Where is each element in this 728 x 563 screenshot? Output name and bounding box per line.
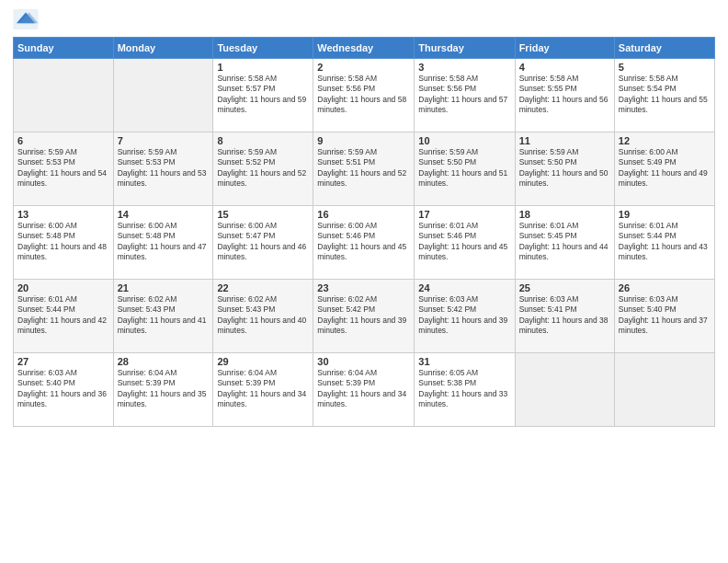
calendar-day-cell: 17Sunrise: 6:01 AMSunset: 5:46 PMDayligh… — [415, 206, 515, 280]
day-number: 29 — [217, 356, 309, 367]
calendar-day-cell: 15Sunrise: 6:00 AMSunset: 5:47 PMDayligh… — [213, 206, 313, 280]
day-number: 12 — [619, 135, 711, 146]
calendar-day-cell: 16Sunrise: 6:00 AMSunset: 5:46 PMDayligh… — [313, 206, 415, 280]
day-info: Sunrise: 6:05 AMSunset: 5:38 PMDaylight:… — [418, 368, 510, 410]
calendar-table: SundayMondayTuesdayWednesdayThursdayFrid… — [13, 37, 715, 427]
day-number: 22 — [217, 282, 309, 293]
calendar-day-cell: 7Sunrise: 5:59 AMSunset: 5:53 PMDaylight… — [113, 132, 213, 206]
day-number: 10 — [418, 135, 510, 146]
day-info: Sunrise: 6:01 AMSunset: 5:46 PMDaylight:… — [418, 221, 510, 263]
calendar-day-cell: 25Sunrise: 6:03 AMSunset: 5:41 PMDayligh… — [515, 280, 614, 353]
calendar-day-cell: 23Sunrise: 6:02 AMSunset: 5:42 PMDayligh… — [313, 280, 415, 353]
day-info: Sunrise: 6:00 AMSunset: 5:46 PMDaylight:… — [317, 221, 410, 263]
day-number: 30 — [317, 356, 410, 367]
day-info: Sunrise: 6:00 AMSunset: 5:49 PMDaylight:… — [619, 147, 711, 190]
calendar-day-cell: 20Sunrise: 6:01 AMSunset: 5:44 PMDayligh… — [14, 280, 114, 353]
calendar-day-cell: 9Sunrise: 5:59 AMSunset: 5:51 PMDaylight… — [313, 132, 415, 206]
calendar-day-cell: 13Sunrise: 6:00 AMSunset: 5:48 PMDayligh… — [14, 206, 114, 280]
day-info: Sunrise: 6:00 AMSunset: 5:48 PMDaylight:… — [17, 221, 109, 263]
calendar-day-cell: 5Sunrise: 5:58 AMSunset: 5:54 PMDaylight… — [614, 59, 714, 132]
day-info: Sunrise: 5:59 AMSunset: 5:50 PMDaylight:… — [418, 147, 510, 190]
day-info: Sunrise: 5:59 AMSunset: 5:50 PMDaylight:… — [519, 147, 610, 190]
day-info: Sunrise: 5:58 AMSunset: 5:57 PMDaylight:… — [217, 74, 309, 116]
day-number: 17 — [418, 209, 510, 220]
day-info: Sunrise: 6:00 AMSunset: 5:47 PMDaylight:… — [217, 221, 309, 263]
calendar-day-cell: 6Sunrise: 5:59 AMSunset: 5:53 PMDaylight… — [14, 132, 114, 206]
day-number: 7 — [118, 135, 210, 146]
day-info: Sunrise: 6:03 AMSunset: 5:41 PMDaylight:… — [519, 294, 610, 337]
day-info: Sunrise: 6:01 AMSunset: 5:45 PMDaylight:… — [519, 221, 610, 263]
day-number: 23 — [317, 282, 410, 293]
day-number: 8 — [217, 135, 309, 146]
calendar-week-row: 6Sunrise: 5:59 AMSunset: 5:53 PMDaylight… — [14, 132, 715, 206]
calendar-week-row: 27Sunrise: 6:03 AMSunset: 5:40 PMDayligh… — [14, 353, 715, 427]
day-number: 31 — [418, 356, 510, 367]
day-info: Sunrise: 6:03 AMSunset: 5:40 PMDaylight:… — [619, 294, 711, 337]
weekday-header: Tuesday — [213, 38, 313, 59]
day-info: Sunrise: 6:04 AMSunset: 5:39 PMDaylight:… — [118, 368, 210, 410]
day-info: Sunrise: 6:00 AMSunset: 5:48 PMDaylight:… — [118, 221, 210, 263]
day-info: Sunrise: 5:58 AMSunset: 5:54 PMDaylight:… — [619, 74, 711, 116]
day-number: 15 — [217, 209, 309, 220]
calendar-day-cell — [515, 353, 614, 427]
calendar-week-row: 1Sunrise: 5:58 AMSunset: 5:57 PMDaylight… — [14, 59, 715, 132]
calendar-day-cell: 10Sunrise: 5:59 AMSunset: 5:50 PMDayligh… — [415, 132, 515, 206]
calendar-day-cell: 22Sunrise: 6:02 AMSunset: 5:43 PMDayligh… — [213, 280, 313, 353]
day-info: Sunrise: 5:58 AMSunset: 5:56 PMDaylight:… — [317, 74, 410, 116]
calendar-day-cell: 24Sunrise: 6:03 AMSunset: 5:42 PMDayligh… — [415, 280, 515, 353]
day-number: 5 — [619, 62, 711, 73]
calendar-day-cell: 11Sunrise: 5:59 AMSunset: 5:50 PMDayligh… — [515, 132, 614, 206]
calendar-day-cell: 27Sunrise: 6:03 AMSunset: 5:40 PMDayligh… — [14, 353, 114, 427]
calendar-week-row: 13Sunrise: 6:00 AMSunset: 5:48 PMDayligh… — [14, 206, 715, 280]
calendar-day-cell: 28Sunrise: 6:04 AMSunset: 5:39 PMDayligh… — [113, 353, 213, 427]
calendar-day-cell: 3Sunrise: 5:58 AMSunset: 5:56 PMDaylight… — [415, 59, 515, 132]
calendar-day-cell: 26Sunrise: 6:03 AMSunset: 5:40 PMDayligh… — [614, 280, 714, 353]
calendar-day-cell: 29Sunrise: 6:04 AMSunset: 5:39 PMDayligh… — [213, 353, 313, 427]
day-number: 2 — [317, 62, 410, 73]
calendar-day-cell: 14Sunrise: 6:00 AMSunset: 5:48 PMDayligh… — [113, 206, 213, 280]
day-info: Sunrise: 6:02 AMSunset: 5:43 PMDaylight:… — [118, 294, 210, 337]
weekday-header: Monday — [113, 38, 213, 59]
day-number: 25 — [519, 282, 610, 293]
calendar-week-row: 20Sunrise: 6:01 AMSunset: 5:44 PMDayligh… — [14, 280, 715, 353]
weekday-header-row: SundayMondayTuesdayWednesdayThursdayFrid… — [14, 38, 715, 59]
day-number: 9 — [317, 135, 410, 146]
day-number: 24 — [418, 282, 510, 293]
day-number: 20 — [17, 282, 109, 293]
day-info: Sunrise: 5:58 AMSunset: 5:56 PMDaylight:… — [418, 74, 510, 116]
calendar-day-cell: 18Sunrise: 6:01 AMSunset: 5:45 PMDayligh… — [515, 206, 614, 280]
day-info: Sunrise: 5:58 AMSunset: 5:55 PMDaylight:… — [519, 74, 610, 116]
weekday-header: Sunday — [14, 38, 114, 59]
day-info: Sunrise: 5:59 AMSunset: 5:53 PMDaylight:… — [118, 147, 210, 190]
day-info: Sunrise: 6:02 AMSunset: 5:43 PMDaylight:… — [217, 294, 309, 337]
day-info: Sunrise: 5:59 AMSunset: 5:52 PMDaylight:… — [217, 147, 309, 190]
day-number: 11 — [519, 135, 610, 146]
calendar-day-cell: 21Sunrise: 6:02 AMSunset: 5:43 PMDayligh… — [113, 280, 213, 353]
weekday-header: Thursday — [415, 38, 515, 59]
day-number: 16 — [317, 209, 410, 220]
day-info: Sunrise: 6:03 AMSunset: 5:42 PMDaylight:… — [418, 294, 510, 337]
weekday-header: Saturday — [614, 38, 714, 59]
day-info: Sunrise: 6:03 AMSunset: 5:40 PMDaylight:… — [17, 368, 109, 410]
calendar-day-cell: 8Sunrise: 5:59 AMSunset: 5:52 PMDaylight… — [213, 132, 313, 206]
day-number: 4 — [519, 62, 610, 73]
day-info: Sunrise: 6:04 AMSunset: 5:39 PMDaylight:… — [217, 368, 309, 410]
day-number: 27 — [17, 356, 109, 367]
calendar-day-cell: 1Sunrise: 5:58 AMSunset: 5:57 PMDaylight… — [213, 59, 313, 132]
day-info: Sunrise: 6:02 AMSunset: 5:42 PMDaylight:… — [317, 294, 410, 337]
calendar-day-cell — [614, 353, 714, 427]
weekday-header: Wednesday — [313, 38, 415, 59]
day-number: 21 — [118, 282, 210, 293]
day-number: 18 — [519, 209, 610, 220]
day-info: Sunrise: 5:59 AMSunset: 5:51 PMDaylight:… — [317, 147, 410, 190]
calendar-day-cell — [14, 59, 114, 132]
day-number: 14 — [118, 209, 210, 220]
weekday-header: Friday — [515, 38, 614, 59]
calendar-day-cell: 4Sunrise: 5:58 AMSunset: 5:55 PMDaylight… — [515, 59, 614, 132]
day-info: Sunrise: 6:04 AMSunset: 5:39 PMDaylight:… — [317, 368, 410, 410]
day-number: 3 — [418, 62, 510, 73]
day-number: 13 — [17, 209, 109, 220]
day-info: Sunrise: 6:01 AMSunset: 5:44 PMDaylight:… — [17, 294, 109, 337]
day-info: Sunrise: 6:01 AMSunset: 5:44 PMDaylight:… — [619, 221, 711, 263]
day-number: 19 — [619, 209, 711, 220]
